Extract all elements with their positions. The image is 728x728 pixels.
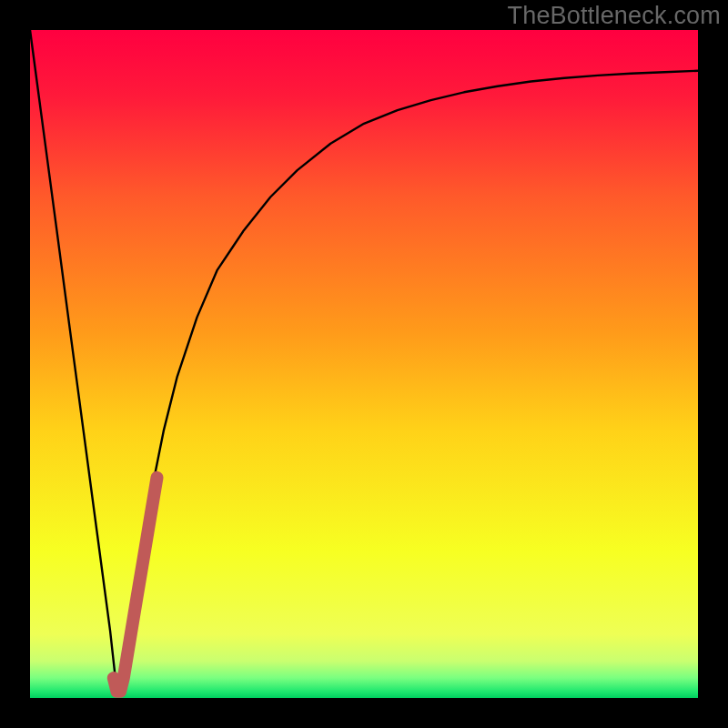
watermark-text: TheBottleneck.com <box>507 2 721 30</box>
plot-background <box>30 30 698 698</box>
chart-frame: TheBottleneck.com <box>0 0 728 728</box>
bottleneck-chart <box>0 0 728 728</box>
